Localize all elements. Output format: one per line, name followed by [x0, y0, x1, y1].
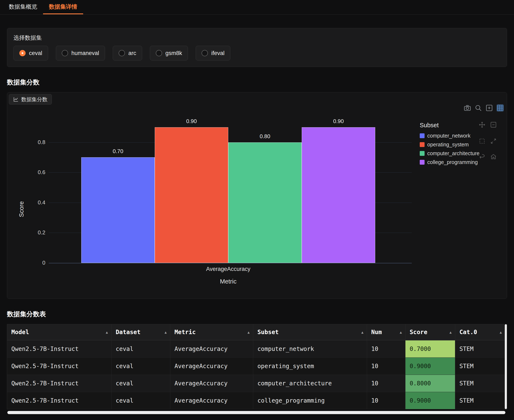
- x-axis-line: [49, 263, 412, 263]
- table-horizontal-scrollbar[interactable]: [7, 411, 507, 414]
- cell-cat0: STEM: [455, 340, 505, 357]
- dataset-option-label: arc: [128, 50, 136, 56]
- lasso-icon[interactable]: [479, 153, 485, 160]
- box-select-icon[interactable]: [479, 138, 485, 144]
- radio-icon: [19, 50, 26, 56]
- table-row[interactable]: Qwen2.5-7B-InstructcevalAverageAccuracyo…: [7, 357, 507, 375]
- radio-icon: [119, 50, 125, 56]
- cell-subset: computer_architecture: [253, 375, 367, 392]
- radio-icon: [201, 50, 208, 56]
- chart-tab-label: 数据集分数: [21, 96, 47, 103]
- cell-score: 0.7000: [405, 340, 455, 357]
- legend-item-college_programming[interactable]: college_programming: [420, 158, 480, 166]
- header-metric[interactable]: Metric▲: [170, 324, 253, 340]
- bar-value-label: 0.80: [228, 133, 302, 140]
- header-cat0[interactable]: Cat.0▲: [455, 324, 505, 340]
- cell-cat0: STEM: [455, 375, 505, 392]
- cell-num: 10: [367, 358, 405, 375]
- dataset-option-arc[interactable]: arc: [113, 46, 142, 60]
- cell-dataset: ceval: [112, 392, 170, 409]
- table-row[interactable]: Qwen2.5-7B-InstructcevalAverageAccuracyc…: [7, 392, 507, 409]
- camera-icon[interactable]: [464, 104, 471, 112]
- table-row[interactable]: Qwen2.5-7B-InstructcevalAverageAccuracyc…: [7, 340, 507, 357]
- bar-value-label: 0.90: [155, 118, 228, 125]
- legend-label: college_programming: [427, 159, 478, 165]
- legend-label: operating_system: [427, 142, 469, 148]
- cell-dataset: ceval: [112, 358, 170, 375]
- dataset-selector-label: 选择数据集: [14, 34, 500, 42]
- table-section-title: 数据集分数表: [7, 310, 514, 319]
- dataset-option-label: ceval: [29, 50, 42, 56]
- bar-operating_system[interactable]: [155, 127, 228, 263]
- dataset-option-humaneval[interactable]: humaneval: [56, 46, 105, 60]
- cell-dataset: ceval: [112, 340, 170, 357]
- reset-home-icon[interactable]: [490, 153, 497, 160]
- cell-subset: computer_network: [253, 340, 367, 357]
- legend-swatch: [420, 133, 425, 138]
- header-subset[interactable]: Subset▲: [253, 324, 367, 340]
- cell-score: 0.9000: [405, 358, 455, 375]
- header-label: Subset: [257, 329, 279, 336]
- pan-icon[interactable]: [479, 121, 485, 128]
- header-label: Dataset: [116, 329, 141, 336]
- legend-title: Subset: [420, 122, 480, 129]
- cell-metric: AverageAccuracy: [170, 340, 253, 357]
- bar-computer_architecture[interactable]: [228, 142, 302, 263]
- cell-num: 10: [367, 340, 405, 357]
- bar-value-label: 0.70: [81, 148, 155, 155]
- bar-value-label: 0.90: [302, 118, 375, 125]
- cell-num: 10: [367, 392, 405, 409]
- chart-panel: 数据集分数 Score AverageAccuracy Metric Subse…: [7, 92, 507, 299]
- y-tick-label: 0.2: [7, 229, 45, 236]
- sort-asc-icon[interactable]: ▲: [500, 330, 502, 334]
- bar-college_programming[interactable]: [302, 127, 375, 263]
- radio-icon: [156, 50, 162, 56]
- legend-item-computer_architecture[interactable]: computer_architecture: [420, 149, 480, 158]
- table-row[interactable]: Qwen2.5-7B-InstructcevalAverageAccuracyc…: [7, 375, 507, 392]
- sort-asc-icon[interactable]: ▲: [400, 330, 402, 334]
- legend-swatch: [420, 160, 425, 165]
- dataset-option-ifeval[interactable]: ifeval: [196, 46, 230, 60]
- autoscale-icon[interactable]: [490, 138, 497, 144]
- cell-score: 0.8000: [405, 375, 455, 392]
- sort-asc-icon[interactable]: ▲: [165, 330, 167, 334]
- dataset-option-label: ifeval: [211, 50, 224, 56]
- legend-swatch: [420, 151, 425, 156]
- table-vertical-scrollbar[interactable]: [505, 324, 507, 409]
- dataset-option-label: gsm8k: [165, 50, 182, 56]
- radio-icon: [62, 50, 68, 56]
- line-chart-icon: [13, 97, 19, 102]
- dataset-option-ceval[interactable]: ceval: [14, 46, 48, 60]
- tab-dataset-details[interactable]: 数据集详情: [43, 0, 83, 14]
- dataset-selector-panel: 选择数据集 cevalhumanevalarcgsm8kifeval: [7, 28, 507, 67]
- dataset-option-gsm8k[interactable]: gsm8k: [150, 46, 188, 60]
- zoom-out-icon[interactable]: [490, 121, 497, 128]
- cell-metric: AverageAccuracy: [170, 358, 253, 375]
- sort-asc-icon[interactable]: ▲: [450, 330, 452, 334]
- cell-metric: AverageAccuracy: [170, 392, 253, 409]
- header-score[interactable]: Score▲: [405, 324, 455, 340]
- zoom-in-icon[interactable]: [485, 104, 493, 112]
- scores-section-title: 数据集分数: [7, 78, 514, 87]
- bar-computer_network[interactable]: [81, 157, 155, 263]
- y-tick-label: 0.8: [7, 139, 45, 146]
- header-num[interactable]: Num▲: [367, 324, 405, 340]
- top-tab-bar: 数据集概览 数据集详情: [0, 0, 514, 15]
- cell-dataset: ceval: [112, 375, 170, 392]
- data-table-icon[interactable]: [496, 104, 504, 112]
- legend-item-operating_system[interactable]: operating_system: [420, 140, 480, 149]
- sort-asc-icon[interactable]: ▲: [247, 330, 250, 334]
- header-model[interactable]: Model▲: [7, 324, 112, 340]
- y-tick-label: 0.4: [7, 199, 45, 206]
- x-axis-title: Metric: [81, 278, 375, 285]
- legend-item-computer_network[interactable]: computer_network: [420, 131, 480, 140]
- zoom-icon[interactable]: [475, 104, 482, 112]
- chart-tab[interactable]: 数据集分数: [9, 94, 52, 105]
- sort-asc-icon[interactable]: ▲: [361, 330, 364, 334]
- horizontal-scrollbar-thumb[interactable]: [7, 411, 505, 414]
- legend-label: computer_architecture: [427, 150, 480, 157]
- header-dataset[interactable]: Dataset▲: [112, 324, 170, 340]
- chart-toolbar: [464, 104, 504, 112]
- tab-dataset-overview[interactable]: 数据集概览: [3, 0, 43, 14]
- sort-asc-icon[interactable]: ▲: [106, 330, 108, 334]
